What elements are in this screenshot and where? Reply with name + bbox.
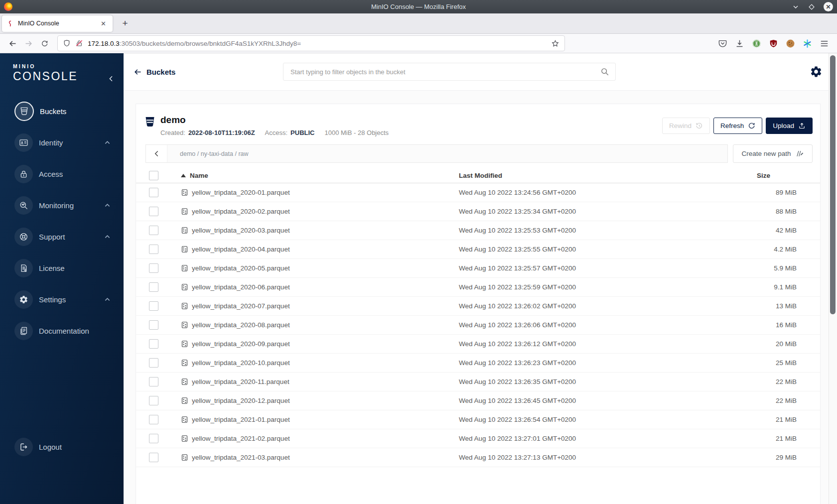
row-checkbox[interactable] xyxy=(149,245,158,254)
table-row[interactable]: yellow_tripdata_2020-06.parquet Wed Aug … xyxy=(136,278,820,297)
refresh-button[interactable]: Refresh xyxy=(713,118,762,134)
forward-button[interactable] xyxy=(20,36,36,50)
sidebar-menu: Buckets Identity Access Monitoring Suppo… xyxy=(0,96,124,347)
row-checkbox[interactable] xyxy=(149,188,158,197)
table-row[interactable]: yellow_tripdata_2020-11.parquet Wed Aug … xyxy=(136,373,820,391)
select-all-checkbox[interactable] xyxy=(149,171,158,180)
shield-icon[interactable] xyxy=(63,39,71,47)
table-row[interactable]: yellow_tripdata_2020-07.parquet Wed Aug … xyxy=(136,297,820,316)
caret-up-icon[interactable] xyxy=(105,235,110,239)
object-last-modified: Wed Aug 10 2022 13:25:34 GMT+0200 xyxy=(459,208,732,215)
object-last-modified: Wed Aug 10 2022 13:26:06 GMT+0200 xyxy=(459,321,732,329)
bucket-name: demo xyxy=(160,115,389,126)
column-header-last-modified[interactable]: Last Modified xyxy=(459,172,732,179)
sidebar-item-license[interactable]: License xyxy=(0,252,124,284)
table-row[interactable]: yellow_tripdata_2020-08.parquet Wed Aug … xyxy=(136,316,820,335)
tab-minio-console[interactable]: MinIO Console ✕ xyxy=(2,15,113,32)
upload-button[interactable]: Upload xyxy=(766,118,813,134)
sidebar-item-buckets[interactable]: Buckets xyxy=(0,96,124,127)
page-scrollbar[interactable] xyxy=(829,53,837,504)
row-checkbox[interactable] xyxy=(149,434,158,443)
row-checkbox[interactable] xyxy=(149,207,158,216)
row-checkbox[interactable] xyxy=(149,453,158,462)
breadcrumb-path: demo / ny-taxi-data / raw xyxy=(180,150,249,157)
row-checkbox[interactable] xyxy=(149,301,158,311)
table-row[interactable]: yellow_tripdata_2020-03.parquet Wed Aug … xyxy=(136,221,820,240)
scrollbar-thumb[interactable] xyxy=(830,55,836,314)
sidebar-item-logout[interactable]: Logout xyxy=(0,431,124,463)
row-checkbox[interactable] xyxy=(149,282,158,292)
table-row[interactable]: yellow_tripdata_2020-09.parquet Wed Aug … xyxy=(136,335,820,354)
table-row[interactable]: yellow_tripdata_2021-03.parquet Wed Aug … xyxy=(136,448,820,467)
row-checkbox[interactable] xyxy=(149,226,158,235)
table-row[interactable]: yellow_tripdata_2020-10.parquet Wed Aug … xyxy=(136,354,820,373)
object-name: yellow_tripdata_2021-02.parquet xyxy=(192,435,290,442)
sidebar-item-documentation[interactable]: Documentation xyxy=(0,315,124,347)
back-to-buckets-link[interactable]: Buckets xyxy=(134,68,175,76)
reload-button[interactable] xyxy=(36,36,52,50)
tab-close-icon[interactable]: ✕ xyxy=(99,19,108,28)
extension-green-icon[interactable] xyxy=(752,39,761,48)
breadcrumb[interactable]: demo / ny-taxi-data / raw xyxy=(167,145,727,162)
bucket-usage: 1000 MiB - 28 Objects xyxy=(324,129,389,136)
extension-cookie-icon[interactable] xyxy=(786,39,795,48)
bookmark-star-icon[interactable] xyxy=(551,39,559,48)
sidebar-item-settings[interactable]: Settings xyxy=(0,284,124,315)
download-icon[interactable] xyxy=(735,39,744,48)
row-checkbox[interactable] xyxy=(149,377,158,386)
rewind-button[interactable]: Rewind xyxy=(662,118,710,134)
object-file-icon xyxy=(181,302,188,310)
pocket-icon[interactable] xyxy=(718,39,727,48)
caret-up-icon[interactable] xyxy=(105,140,110,144)
row-checkbox[interactable] xyxy=(149,320,158,330)
sidebar-item-label: Monitoring xyxy=(39,201,74,210)
table-row[interactable]: yellow_tripdata_2020-12.parquet Wed Aug … xyxy=(136,391,820,410)
created-value: 2022-08-10T11:19:06Z xyxy=(188,129,255,136)
row-checkbox[interactable] xyxy=(149,415,158,424)
sidebar-item-support[interactable]: Support xyxy=(0,221,124,252)
object-size: 22 MiB xyxy=(732,378,797,385)
table-row[interactable]: yellow_tripdata_2020-04.parquet Wed Aug … xyxy=(136,240,820,259)
caret-up-icon[interactable] xyxy=(105,297,110,301)
sidebar-item-label: Logout xyxy=(39,443,62,451)
bucket-settings-gear-button[interactable] xyxy=(810,65,823,78)
row-checkbox[interactable] xyxy=(149,263,158,273)
sidebar-item-identity[interactable]: Identity xyxy=(0,127,124,158)
lock-slash-icon[interactable] xyxy=(75,39,83,47)
url-bar[interactable]: 172.18.0.3:30503/buckets/demo/browse/bnk… xyxy=(57,35,565,51)
rewind-icon xyxy=(696,122,703,129)
row-checkbox[interactable] xyxy=(149,339,158,349)
new-tab-button[interactable]: + xyxy=(120,18,131,29)
object-filter-input[interactable] xyxy=(289,68,600,76)
row-checkbox[interactable] xyxy=(149,396,158,405)
column-header-name[interactable]: Name xyxy=(181,172,459,179)
table-row[interactable]: yellow_tripdata_2020-02.parquet Wed Aug … xyxy=(136,202,820,221)
sidebar-collapse-icon[interactable] xyxy=(108,75,115,82)
row-checkbox[interactable] xyxy=(149,358,158,368)
path-back-button[interactable] xyxy=(146,145,167,162)
window-close-button[interactable]: ✕ xyxy=(824,2,833,11)
sidebar-item-access[interactable]: Access xyxy=(0,158,124,190)
tab-title: MinIO Console xyxy=(18,20,95,27)
object-size: 5.9 MiB xyxy=(732,264,797,272)
caret-up-icon[interactable] xyxy=(105,203,110,207)
minio-favicon-icon xyxy=(6,20,14,27)
table-row[interactable]: yellow_tripdata_2021-02.parquet Wed Aug … xyxy=(136,429,820,448)
create-new-path-button[interactable]: Create new path xyxy=(733,144,813,163)
window-maximize-button[interactable] xyxy=(808,3,816,11)
objects-table: Name Last Modified Size yellow_tripdata_… xyxy=(136,168,820,467)
window-minimize-button[interactable] xyxy=(792,3,800,11)
table-row[interactable]: yellow_tripdata_2021-01.parquet Wed Aug … xyxy=(136,410,820,429)
object-size: 42 MiB xyxy=(732,227,797,234)
column-header-size[interactable]: Size xyxy=(732,172,797,179)
sidebar-item-monitoring[interactable]: Monitoring xyxy=(0,190,124,221)
main-area: Buckets demo xyxy=(124,53,829,504)
back-button[interactable] xyxy=(4,36,20,50)
table-row[interactable]: yellow_tripdata_2020-01.parquet Wed Aug … xyxy=(136,183,820,202)
object-file-icon xyxy=(181,397,188,404)
extension-ublock-icon[interactable] xyxy=(769,39,778,48)
menu-hamburger-icon[interactable] xyxy=(820,39,829,48)
table-row[interactable]: yellow_tripdata_2020-05.parquet Wed Aug … xyxy=(136,259,820,278)
bucket-header: demo Created: 2022-08-10T11:19:06Z Acces… xyxy=(136,104,820,143)
extension-asterisk-icon[interactable] xyxy=(803,39,812,48)
